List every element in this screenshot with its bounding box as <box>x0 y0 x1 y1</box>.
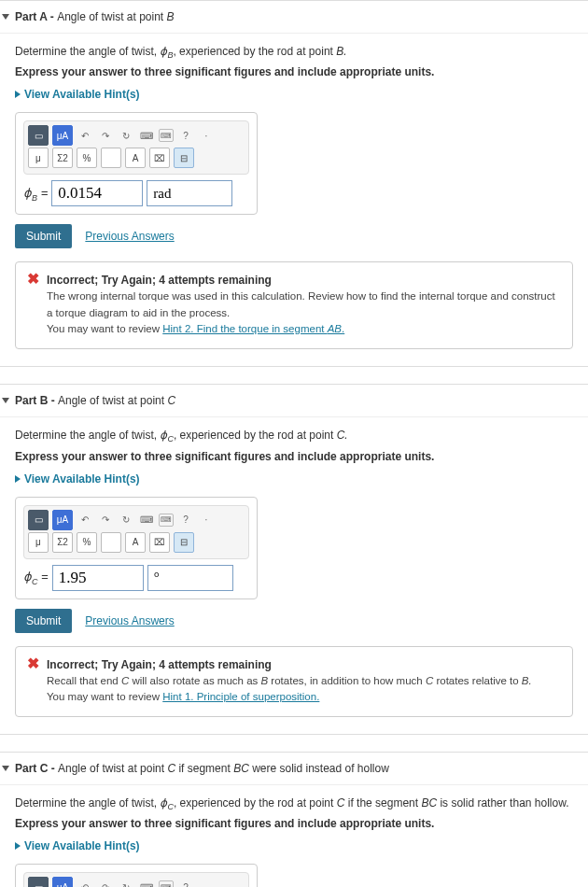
more-button[interactable]: · <box>198 877 215 887</box>
fraction-button[interactable]: μA <box>52 877 73 887</box>
keyboard-button[interactable]: ⌨ <box>138 877 155 887</box>
part-a-header[interactable]: Part A - Angle of twist at point B <box>0 7 588 34</box>
box-x-button[interactable]: ⌧ <box>149 148 170 168</box>
hints-label: View Available Hint(s) <box>24 88 140 101</box>
kbd2-button[interactable]: ⌨ <box>159 129 174 142</box>
part-c-title: Part C - Angle of twist at point C if se… <box>15 762 389 775</box>
incorrect-icon: ✖ <box>27 656 39 671</box>
part-a-title: Part A - Angle of twist at point B <box>15 10 175 23</box>
view-hints-link[interactable]: View Available Hint(s) <box>15 472 573 486</box>
hint-link[interactable]: Hint 2. Find the torque in segment AB. <box>162 323 344 334</box>
submit-button[interactable]: Submit <box>15 224 72 248</box>
part-a-prompt: Determine the angle of twist, ϕB, experi… <box>15 45 573 60</box>
chevron-down-icon <box>2 14 9 20</box>
chevron-down-icon <box>2 766 9 771</box>
mu-button[interactable]: μ <box>28 148 49 168</box>
instructions: Express your answer to three significant… <box>15 817 573 830</box>
hints-label: View Available Hint(s) <box>24 839 140 852</box>
units-button[interactable]: ⊟ <box>174 148 194 168</box>
reset-button[interactable]: ↻ <box>118 510 134 530</box>
answer-box-c: ▭ μA ↶ ↷ ↻ ⌨ ⌨ ? · μ Σ2 % A ⌧ ⊟ <box>15 864 258 887</box>
redo-button[interactable]: ↷ <box>97 877 114 887</box>
kbd2-button[interactable]: ⌨ <box>159 880 174 887</box>
template-button[interactable]: ▭ <box>28 125 49 146</box>
unit-input-a[interactable] <box>147 180 232 206</box>
keyboard-button[interactable]: ⌨ <box>138 510 155 530</box>
fraction-button[interactable]: μA <box>52 125 73 146</box>
incorrect-icon: ✖ <box>27 272 39 287</box>
instructions: Express your answer to three significant… <box>15 450 573 463</box>
redo-button[interactable]: ↷ <box>97 125 114 146</box>
template-button[interactable]: ▭ <box>28 510 49 530</box>
undo-button[interactable]: ↶ <box>77 877 93 887</box>
feedback-b: ✖ Incorrect; Try Again; 4 attempts remai… <box>15 646 573 718</box>
a-button[interactable]: A <box>125 532 146 553</box>
feedback-text: Recall that end C will also rotate as mu… <box>47 673 532 689</box>
help-button[interactable]: ? <box>177 877 194 887</box>
feedback-title: Incorrect; Try Again; 4 attempts remaini… <box>47 656 532 673</box>
feedback-text: The wrong internal torque was used in th… <box>47 289 561 321</box>
part-b-prompt: Determine the angle of twist, ϕC, experi… <box>15 429 573 444</box>
sigma-button[interactable]: Σ2 <box>52 532 73 553</box>
part-b-title: Part B - Angle of twist at point C <box>15 394 175 407</box>
feedback-review: You may want to review Hint 1. Principle… <box>47 689 532 705</box>
mu-button[interactable]: μ <box>28 532 49 553</box>
help-button[interactable]: ? <box>177 510 194 530</box>
answer-box-a: ▭ μA ↶ ↷ ↻ ⌨ ⌨ ? · μ Σ2 % A ⌧ ⊟ <box>15 112 258 215</box>
template-button[interactable]: ▭ <box>28 877 49 887</box>
more-button[interactable]: · <box>198 510 215 530</box>
equation-toolbar: ▭ μA ↶ ↷ ↻ ⌨ ⌨ ? · μ Σ2 % A ⌧ ⊟ <box>23 872 249 887</box>
more-button[interactable]: · <box>198 125 215 146</box>
view-hints-link[interactable]: View Available Hint(s) <box>15 839 573 852</box>
reset-button[interactable]: ↻ <box>118 877 134 887</box>
variable-label: ϕB = <box>23 186 48 203</box>
equation-toolbar: ▭ μA ↶ ↷ ↻ ⌨ ⌨ ? · μ Σ2 % A ⌧ ⊟ <box>23 505 249 559</box>
chevron-right-icon <box>15 475 21 483</box>
value-input-a[interactable] <box>51 180 143 206</box>
chevron-down-icon <box>2 398 9 403</box>
sigma-button[interactable]: Σ2 <box>52 148 73 168</box>
box-x-button[interactable]: ⌧ <box>149 532 170 553</box>
view-hints-link[interactable]: View Available Hint(s) <box>15 88 573 101</box>
a-button[interactable]: A <box>125 148 146 168</box>
feedback-review: You may want to review Hint 2. Find the … <box>47 321 561 337</box>
keyboard-button[interactable]: ⌨ <box>138 125 155 146</box>
undo-button[interactable]: ↶ <box>77 125 93 146</box>
instructions: Express your answer to three significant… <box>15 65 573 78</box>
fraction-button[interactable]: μA <box>52 510 73 530</box>
variable-label: ϕC = <box>23 570 49 586</box>
chevron-right-icon <box>15 842 21 850</box>
feedback-title: Incorrect; Try Again; 4 attempts remaini… <box>47 272 561 289</box>
hints-label: View Available Hint(s) <box>24 472 140 486</box>
percent-button[interactable]: % <box>77 532 97 553</box>
part-a: Part A - Angle of twist at point B Deter… <box>0 0 588 367</box>
blank1-button[interactable] <box>101 532 121 553</box>
submit-button[interactable]: Submit <box>15 609 72 633</box>
equation-toolbar: ▭ μA ↶ ↷ ↻ ⌨ ⌨ ? · μ Σ2 % A ⌧ ⊟ <box>23 120 249 175</box>
chevron-right-icon <box>15 91 21 98</box>
help-button[interactable]: ? <box>177 125 194 146</box>
kbd2-button[interactable]: ⌨ <box>159 514 174 527</box>
reset-button[interactable]: ↻ <box>118 125 134 146</box>
units-button[interactable]: ⊟ <box>174 532 194 553</box>
part-c: Part C - Angle of twist at point C if se… <box>0 752 588 887</box>
hint-link[interactable]: Hint 1. Principle of superposition. <box>162 691 319 702</box>
redo-button[interactable]: ↷ <box>97 510 114 530</box>
answer-box-b: ▭ μA ↶ ↷ ↻ ⌨ ⌨ ? · μ Σ2 % A ⌧ ⊟ <box>15 497 258 599</box>
part-c-prompt: Determine the angle of twist, ϕC, experi… <box>15 796 573 811</box>
percent-button[interactable]: % <box>77 148 97 168</box>
value-input-b[interactable] <box>52 565 144 591</box>
part-b-header[interactable]: Part B - Angle of twist at point C <box>0 390 588 417</box>
blank1-button[interactable] <box>101 148 121 168</box>
unit-input-b[interactable] <box>147 565 233 591</box>
part-c-header[interactable]: Part C - Angle of twist at point C if se… <box>0 758 588 785</box>
undo-button[interactable]: ↶ <box>77 510 93 530</box>
feedback-a: ✖ Incorrect; Try Again; 4 attempts remai… <box>15 261 573 349</box>
previous-answers-link[interactable]: Previous Answers <box>85 614 174 627</box>
previous-answers-link[interactable]: Previous Answers <box>85 230 174 243</box>
part-b: Part B - Angle of twist at point C Deter… <box>0 384 588 735</box>
